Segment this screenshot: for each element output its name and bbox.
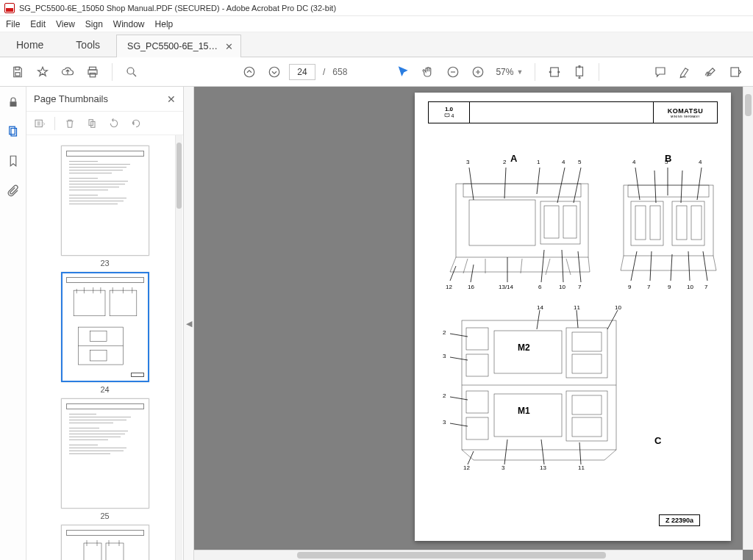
zoom-in-icon[interactable] bbox=[468, 62, 488, 82]
callout: 1 bbox=[537, 159, 540, 165]
callout: 11 bbox=[574, 304, 580, 311]
svg-line-54 bbox=[450, 266, 456, 281]
thumbnails-toolbar bbox=[26, 112, 183, 135]
menu-help[interactable]: Help bbox=[155, 19, 174, 29]
callout: 9 bbox=[628, 284, 631, 290]
close-icon[interactable]: ✕ bbox=[225, 41, 233, 52]
v-scrollbar-thumb[interactable] bbox=[745, 94, 752, 116]
callout: 7 bbox=[578, 284, 581, 290]
page-down-icon[interactable] bbox=[264, 62, 285, 82]
thumb-page[interactable]: 25 bbox=[61, 398, 149, 520]
svg-rect-60 bbox=[624, 185, 713, 256]
thumb-scrollbar[interactable] bbox=[175, 135, 182, 560]
collapse-panel-handle[interactable]: ◀ bbox=[184, 87, 194, 560]
save-icon[interactable] bbox=[7, 62, 28, 82]
page-number-input[interactable] bbox=[289, 64, 315, 80]
callout: 3 bbox=[466, 159, 469, 165]
brand-logo: KOMATSU bbox=[668, 107, 703, 115]
svg-rect-20 bbox=[110, 290, 137, 316]
thumb-options-icon[interactable] bbox=[32, 116, 47, 131]
svg-line-47 bbox=[546, 259, 550, 275]
svg-rect-67 bbox=[691, 206, 702, 240]
page-up-icon[interactable] bbox=[239, 62, 260, 82]
star-icon[interactable] bbox=[32, 62, 53, 82]
h-scrollbar-thumb[interactable] bbox=[297, 552, 606, 559]
callout: 2 bbox=[443, 329, 446, 336]
rotate-ccw-icon[interactable] bbox=[107, 116, 121, 131]
svg-rect-61 bbox=[628, 185, 709, 197]
menubar: File Edit View Sign Window Help bbox=[0, 16, 753, 32]
menu-edit[interactable]: Edit bbox=[30, 19, 46, 29]
page-total: 658 bbox=[332, 67, 347, 77]
tab-document[interactable]: SG_PC5500-6E_15… ✕ bbox=[116, 35, 241, 57]
svg-rect-0 bbox=[15, 67, 19, 70]
trash-icon[interactable] bbox=[63, 116, 77, 131]
lock-icon[interactable] bbox=[5, 94, 21, 110]
sign-icon[interactable] bbox=[700, 62, 721, 82]
thumb-page[interactable]: 23 bbox=[61, 146, 149, 268]
svg-rect-40 bbox=[469, 200, 535, 245]
svg-line-97 bbox=[577, 310, 578, 328]
svg-line-68 bbox=[635, 168, 640, 200]
callout: 11 bbox=[578, 464, 585, 471]
highlight-icon[interactable] bbox=[675, 62, 696, 82]
menu-window[interactable]: Window bbox=[113, 19, 145, 29]
thumbnails-scroll[interactable]: 23 bbox=[26, 135, 183, 560]
hand-pan-icon[interactable] bbox=[418, 62, 438, 82]
menu-file[interactable]: File bbox=[6, 19, 20, 29]
zoom-out-icon[interactable] bbox=[443, 62, 463, 82]
svg-line-53 bbox=[574, 168, 581, 203]
pdf-page: 1.0 4 KOMATSU MINING GERMANY A bbox=[415, 93, 731, 541]
callout: 12 bbox=[463, 464, 470, 471]
thumb-caption: 25 bbox=[61, 509, 149, 520]
thumb-caption: 23 bbox=[61, 256, 149, 268]
page-separator: / bbox=[323, 67, 325, 77]
thumb-scrollbar-thumb[interactable] bbox=[176, 143, 182, 209]
cloud-upload-icon[interactable] bbox=[57, 62, 78, 82]
svg-rect-82 bbox=[572, 332, 602, 351]
svg-point-7 bbox=[269, 67, 279, 77]
print-icon[interactable] bbox=[82, 62, 103, 82]
fit-page-icon[interactable] bbox=[569, 62, 590, 82]
thumb-page[interactable]: 26 bbox=[61, 525, 149, 560]
vertical-scrollbar[interactable] bbox=[743, 87, 753, 550]
attachment-icon[interactable] bbox=[5, 182, 21, 198]
callout: 4 bbox=[699, 159, 702, 165]
svg-rect-31 bbox=[90, 351, 106, 361]
find-icon[interactable] bbox=[121, 62, 142, 82]
svg-rect-81 bbox=[566, 328, 607, 378]
callout: 10 bbox=[615, 304, 621, 311]
svg-line-75 bbox=[671, 254, 672, 281]
svg-line-52 bbox=[557, 168, 565, 203]
rotate-cw-icon[interactable] bbox=[129, 116, 143, 131]
diagram-b bbox=[615, 163, 721, 288]
comment-icon[interactable] bbox=[650, 62, 671, 82]
zoom-dropdown[interactable]: 57%▼ bbox=[496, 67, 523, 77]
tab-home[interactable]: Home bbox=[0, 32, 60, 57]
svg-line-99 bbox=[468, 451, 474, 464]
menu-view[interactable]: View bbox=[56, 19, 75, 29]
menu-sign[interactable]: Sign bbox=[85, 19, 103, 29]
svg-rect-85 bbox=[566, 391, 607, 441]
close-panel-icon[interactable]: ✕ bbox=[167, 93, 176, 105]
page-header-brand: KOMATSU MINING GERMANY bbox=[654, 102, 717, 123]
tab-tools[interactable]: Tools bbox=[60, 32, 116, 57]
tab-tools-label: Tools bbox=[76, 39, 100, 51]
document-view[interactable]: 1.0 4 KOMATSU MINING GERMANY A bbox=[194, 87, 753, 560]
diagram-label-c: C bbox=[654, 435, 661, 446]
fit-width-icon[interactable] bbox=[544, 62, 565, 82]
callout: 7 bbox=[647, 284, 650, 290]
selection-arrow-icon[interactable] bbox=[393, 62, 413, 82]
more-tools-icon[interactable] bbox=[725, 62, 746, 82]
callout: 6 bbox=[538, 284, 541, 290]
callout: 14 bbox=[537, 304, 543, 311]
thumb-page-selected[interactable]: 24 bbox=[61, 272, 149, 394]
bookmark-icon[interactable] bbox=[5, 153, 21, 169]
callout: 4 bbox=[562, 159, 565, 165]
rotate-pages-icon[interactable] bbox=[85, 116, 99, 131]
horizontal-scrollbar[interactable] bbox=[194, 550, 743, 560]
svg-rect-89 bbox=[466, 354, 488, 376]
svg-rect-64 bbox=[635, 206, 646, 240]
svg-rect-42 bbox=[544, 206, 559, 238]
thumbnails-icon[interactable] bbox=[5, 123, 21, 140]
